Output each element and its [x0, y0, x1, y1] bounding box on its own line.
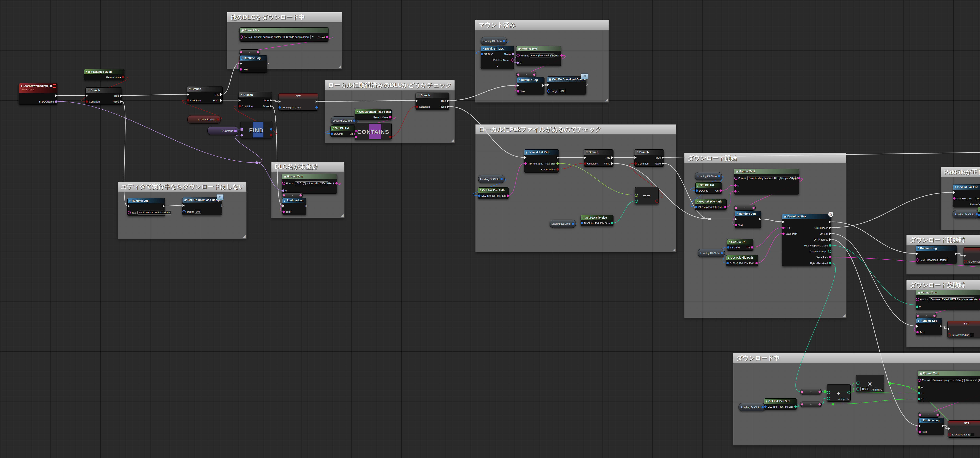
gpfp2-pin-Pak File Path[interactable]: [724, 206, 726, 208]
comment-c8-header[interactable]: PakFileが正しいかチェック: [941, 167, 980, 177]
variable-get-dlcmaps[interactable]: DLCMaps: [207, 127, 238, 135]
node-gdu2[interactable]: ƒGet Dlc UrlDLCInfoUrl: [695, 182, 722, 194]
variable-get-gl2[interactable]: Loading DLCInfo: [331, 116, 357, 125]
log4b-pin-Text[interactable]: [282, 211, 285, 213]
variable-get-gl8[interactable]: Loading DLCInfo: [953, 210, 980, 218]
dlpak-pin-On Success[interactable]: [829, 226, 831, 229]
gpfp3-pin-DLCInfo[interactable]: [726, 262, 729, 264]
eq1-pin-exec-in[interactable]: [635, 194, 638, 197]
node-fmt5[interactable]: ▣Format TextFormatDownload Failed: HTTP …: [916, 290, 980, 310]
fmt1-pin-Result[interactable]: [326, 36, 328, 38]
gpfp2-pin-DLCInfo[interactable]: [695, 206, 697, 208]
fmt6-pin-2[interactable]: [918, 398, 920, 400]
fmt6-value-box[interactable]: Download progress: Ratio: {0}, Recieved:…: [931, 378, 980, 382]
find-pin-exec-out[interactable]: [270, 134, 272, 137]
node-eq1[interactable]: ==: [635, 187, 659, 204]
node-contains[interactable]: CONTAINS: [355, 123, 391, 140]
log5-pin-exec-in[interactable]: [916, 252, 918, 255]
gpfs3-pin-DLCInfo[interactable]: [764, 406, 767, 408]
node-ev1[interactable]: ◆StartDownloadPakFileCustom EventIn DLCN…: [19, 83, 57, 105]
comment-c11-header[interactable]: ダウンロード中: [733, 353, 980, 363]
variable-get-gl5[interactable]: Loading DLCInfo: [550, 219, 576, 228]
reroute-rr3[interactable]: [734, 205, 756, 211]
ivpf2-pin-Pak Filename[interactable]: [953, 197, 956, 200]
set2-pin-exec-in[interactable]: [948, 328, 950, 330]
comment-c3-header[interactable]: マウント済み: [475, 20, 609, 30]
node-fmt4[interactable]: ▣Format TextFormatDLC: {0} not found in …: [282, 174, 337, 194]
node-gpfs1[interactable]: ƒGet Pak File SizeDLCInfoPak File Size: [581, 215, 614, 226]
fmt4-pin-Format[interactable]: [282, 182, 285, 185]
reroute-rrB[interactable]: [800, 402, 822, 407]
node-gpfp1[interactable]: ƒGet Pak File PathDLCInfoPak File Path: [478, 188, 509, 199]
log5-pin-exec-out[interactable]: [955, 252, 957, 255]
br4-pin-Condition[interactable]: [416, 105, 418, 108]
find-pin-exec-out[interactable]: [270, 128, 272, 130]
set2-checkbox[interactable]: [970, 333, 974, 337]
log6-pin-exec-in[interactable]: [916, 325, 918, 328]
fmt5-pin-0[interactable]: [916, 305, 918, 308]
reroute-rr2[interactable]: [516, 72, 536, 77]
node-log1[interactable]: ƒRuntime LogText: [240, 55, 267, 73]
node-br1[interactable]: ↱BranchTrueConditionFalse: [86, 87, 122, 105]
dlpak-pin-exec-in[interactable]: [782, 221, 784, 223]
br1-pin-Condition[interactable]: [86, 100, 88, 103]
fmt5-pin-Result[interactable]: [979, 298, 980, 301]
variable-get-gl6[interactable]: Loading DLCInfo: [695, 172, 722, 180]
comment-c7-resize-handle[interactable]: ◢: [341, 213, 344, 218]
gl5-pin-out[interactable]: [572, 223, 574, 225]
ivpf2-pin-exec-in[interactable]: [953, 191, 955, 194]
variable-get-gl9[interactable]: Loading DLCInfo: [738, 403, 765, 411]
dlpak-pin-Save Path[interactable]: [829, 256, 831, 258]
blueprint-canvas[interactable]: BLUEPRINT 他のDLCをダウンロード中◢ローカルに取得済みのDLCかどう…: [0, 0, 980, 458]
node-gmpf[interactable]: ƒGet Mounted Pak FilenamesReturn Value: [355, 109, 391, 120]
dlpak-pin-URL[interactable]: [782, 227, 784, 229]
br1-pin-exec-in[interactable]: [86, 94, 88, 97]
codc2-pin-exec-out[interactable]: [220, 204, 222, 207]
ivpf1-pin-Pak Size[interactable]: [557, 162, 559, 165]
node-mul1[interactable]: XAdd pin ⊕100.0: [856, 375, 884, 392]
log4b-pin-exec-out[interactable]: [304, 205, 306, 207]
gl3-pin-out[interactable]: [503, 40, 505, 42]
set2-pin-Is Downloading[interactable]: [948, 333, 951, 336]
br5-pin-True[interactable]: [611, 156, 613, 159]
node-br5[interactable]: ↱BranchTrueConditionFalse: [584, 149, 614, 167]
comment-c2-resize-handle[interactable]: ◢: [451, 138, 454, 143]
br1-pin-True[interactable]: [120, 94, 122, 97]
node-codc1[interactable]: ▣Call On Download Completed✉Targetself: [547, 76, 586, 94]
br3-pin-True[interactable]: [270, 99, 272, 102]
log3-pin-exec-out[interactable]: [759, 218, 761, 221]
br2-pin-Condition[interactable]: [187, 99, 189, 102]
find-pin-exec-in[interactable]: [240, 128, 243, 130]
gl7-pin-out[interactable]: [721, 252, 723, 254]
comment-c5-header[interactable]: ダウンロード開始: [684, 153, 846, 163]
gdu3-pin-DLCInfo[interactable]: [727, 246, 729, 249]
mul1-pin-exec-in[interactable]: [856, 387, 859, 391]
log3-pin-exec-in[interactable]: [735, 218, 737, 221]
variable-get-isdl[interactable]: Is Downloading: [188, 115, 221, 124]
node-fmt6[interactable]: ▣Format TextFormatDownload progress: Rat…: [918, 371, 980, 402]
node-log2[interactable]: ƒRuntime LogText: [517, 77, 544, 94]
comment-c1-resize-handle[interactable]: ◢: [338, 64, 341, 68]
fmt2-pin-Format[interactable]: [517, 54, 520, 57]
setload-pin-exec-in[interactable]: [278, 100, 281, 103]
node-gdu3[interactable]: ƒGet Dlc UrlDLCInfoUrl: [727, 239, 753, 251]
comment-c1-header[interactable]: 他のDLCをダウンロード中: [228, 12, 342, 22]
log6-pin-exec-out[interactable]: [940, 325, 942, 328]
eq1-pin-exec-in[interactable]: [635, 200, 638, 203]
node-log6[interactable]: ƒRuntime LogText: [916, 318, 942, 335]
node-dlpak[interactable]: ▣Download Pak◷URLOn SuccessSave PathOn F…: [782, 214, 831, 266]
log4-pin-exec-in[interactable]: [127, 205, 130, 208]
log6-pin-Text[interactable]: [916, 331, 919, 333]
log4-value-box[interactable]: Not Download in EditorMode: [137, 211, 171, 215]
brk-pin-Pak File Name[interactable]: [511, 59, 514, 62]
br6-pin-False[interactable]: [662, 162, 664, 165]
br6-pin-True[interactable]: [662, 156, 664, 159]
fmt3-pin-Format[interactable]: [734, 177, 737, 180]
dlpak-pin-Bytes Received[interactable]: [829, 262, 831, 264]
node-br4[interactable]: ↱BranchTrueConditionFalse: [415, 92, 449, 110]
gl9-pin-out[interactable]: [762, 406, 764, 409]
gpfs1-pin-DLCInfo[interactable]: [581, 222, 583, 224]
comment-c9-header[interactable]: ダウンロード開始時: [907, 235, 980, 245]
log5-value-box[interactable]: Download Started: [926, 258, 948, 262]
node-setload[interactable]: SETLoading DLCInfo: [278, 93, 318, 111]
